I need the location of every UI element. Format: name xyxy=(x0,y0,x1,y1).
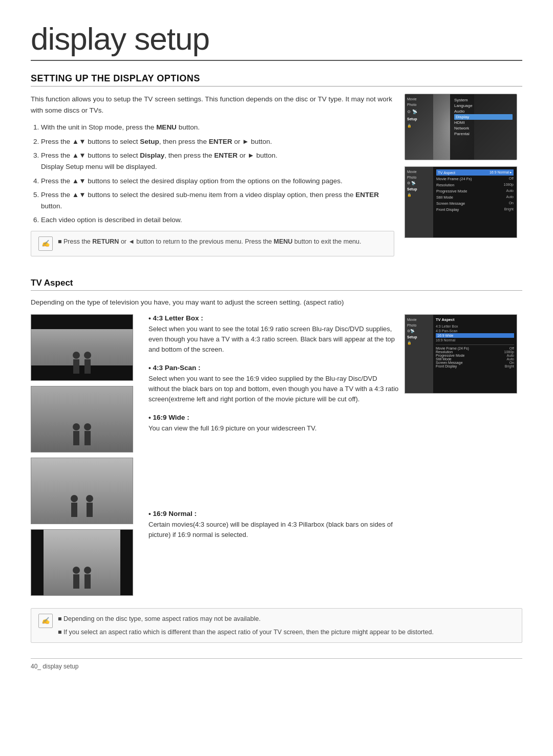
scene-panscan xyxy=(31,386,133,452)
aspect-wide-text: You can view the full 16:9 picture on yo… xyxy=(148,423,399,434)
aspect-note-texts: ■ Depending on the disc type, some aspec… xyxy=(58,614,434,637)
menu2-lock: 🔒 xyxy=(407,192,431,198)
menu-left-photo: Photo xyxy=(407,102,431,107)
menu-row-network: Network xyxy=(454,125,513,131)
menu3-resolution-row: Resolution1080p xyxy=(436,350,514,354)
menu2-screenmsg: Screen MessageOn xyxy=(436,200,514,206)
aspect-descriptions-column: • 4:3 Letter Box : Select when you want … xyxy=(148,314,399,596)
step-5: Press the ▲▼ buttons to select the desir… xyxy=(41,189,394,211)
menu2-stillmode: Still ModeAuto xyxy=(436,194,514,200)
bold-enter-1: ENTER xyxy=(209,138,232,145)
aspect-letterbox-text: Select when you want to see the total 16… xyxy=(148,324,399,355)
figures-3 xyxy=(71,495,93,517)
menu2-tv-aspect: TV Aspect16:9 Normal ▸ xyxy=(436,169,514,176)
aspect-item-normal: • 16:9 Normal : Certain movies(4:3 sourc… xyxy=(148,510,399,540)
aspect-panscan-text: Select when you want to see the 16:9 vid… xyxy=(148,374,399,404)
setup-layout: This function allows you to setup the TV… xyxy=(31,94,522,266)
menu-row-display: Display xyxy=(454,114,513,120)
menu2-photo: Photo xyxy=(407,175,431,180)
menu3-setup-active: Setup xyxy=(407,334,431,340)
figure-2a xyxy=(73,423,80,445)
menu-left-icons: ⚙📡 xyxy=(407,109,431,115)
aspect-note-icon: ✍ xyxy=(38,614,53,628)
bold-enter-2: ENTER xyxy=(214,152,238,159)
aspect-panscan-title: • 4:3 Pan-Scan : xyxy=(148,364,399,372)
menu-screenshot-inner-1: System Language Audio Display HDMI Netwo… xyxy=(450,94,517,160)
menu-screenshot-1: Movie Photo ⚙📡 Setup 🔒 System Language A… xyxy=(405,94,517,160)
aspect-three-col: • 4:3 Letter Box : Select when you want … xyxy=(31,314,522,596)
aspect-note-box: ✍ ■ Depending on the disc type, some asp… xyxy=(31,608,522,643)
figure-1a xyxy=(73,352,80,374)
scene-content-4 xyxy=(31,530,133,595)
page-footer: 40_ display setup xyxy=(31,658,522,670)
fig-body-1a xyxy=(73,359,79,374)
fig-head-3b xyxy=(86,495,93,502)
steps-list: With the unit in Stop mode, press the ME… xyxy=(31,122,394,226)
thumbnail-letterbox xyxy=(31,314,133,381)
figure-3a xyxy=(71,495,78,517)
figure-3b xyxy=(86,495,93,517)
menu2-movieframe: Movie Frame (24 Fs)Off xyxy=(436,176,514,182)
aspect-normal-title: • 16:9 Normal : xyxy=(148,510,399,517)
menu3-left-panel: Movie Photo ⚙📡 Setup 🔒 xyxy=(405,315,433,393)
step-2: Press the ▲▼ buttons to select Setup, th… xyxy=(41,136,394,147)
menu3-lock: 🔒 xyxy=(407,340,431,346)
note-icon: ✍ xyxy=(38,236,53,251)
menu3-frontdisplay-row: Front DisplayBright xyxy=(436,364,514,368)
menu3-movie: Movie xyxy=(407,317,431,322)
aspect-wide-title: • 16:9 Wide : xyxy=(148,414,399,421)
step-3: Press the ▲▼ buttons to select Display, … xyxy=(41,150,394,172)
aspect-letterbox-title: • 4:3 Letter Box : xyxy=(148,314,399,322)
menu-screenshots-column: Movie Photo ⚙📡 Setup 🔒 System Language A… xyxy=(405,94,522,266)
fig-body-3b xyxy=(87,503,93,517)
figure-4b xyxy=(84,567,91,589)
menu3-opt1: 4:3 Letter Box xyxy=(436,324,514,329)
thumbnail-wide xyxy=(31,458,133,524)
menu-left-panel: Movie Photo ⚙📡 Setup 🔒 xyxy=(405,94,433,160)
fig-head-4b xyxy=(84,567,91,574)
intro-text: This function allows you to setup the TV… xyxy=(31,94,394,116)
figures-2 xyxy=(73,423,91,445)
figures-4 xyxy=(73,567,91,589)
menu3-opt4-normal: 16:9 Normal xyxy=(436,338,514,342)
section-setup: SETTING UP THE DISPLAY OPTIONS This func… xyxy=(31,73,522,266)
bold-enter-3: ENTER xyxy=(355,191,379,199)
tv-aspect-heading: TV Aspect xyxy=(31,278,522,291)
scene-letterbox xyxy=(31,315,133,380)
menu-screenshot-2: Movie Photo ⚙📡 Setup 🔒 TV Aspect16:9 Nor… xyxy=(405,166,517,238)
menu3-movieframe-row: Movie Frame (24 Fs)Off xyxy=(436,347,514,350)
instructions-column: This function allows you to setup the TV… xyxy=(31,94,394,266)
aspect-note-text-2: ■ If you select an aspect ratio which is… xyxy=(58,627,434,637)
menu2-frontdisplay: Front DisplayBright xyxy=(436,206,514,212)
aspect-images-column xyxy=(31,314,143,596)
bold-setup: Setup xyxy=(140,138,159,145)
bold-display: Display xyxy=(140,152,164,159)
fig-head-2a xyxy=(73,423,80,430)
aspect-item-letterbox: • 4:3 Letter Box : Select when you want … xyxy=(148,314,399,355)
menu-left-setup: Setup xyxy=(407,116,431,122)
fig-head-3a xyxy=(71,495,78,502)
menu3-opt2: 4:3 Pan-Scan xyxy=(436,329,514,333)
section-setup-heading: SETTING UP THE DISPLAY OPTIONS xyxy=(31,73,522,87)
scene-wide xyxy=(31,458,133,524)
aspect-note-text-1: ■ Depending on the disc type, some aspec… xyxy=(58,614,434,624)
figure-1b xyxy=(84,352,91,374)
step-6: Each video option is described in detail… xyxy=(41,214,394,226)
step-1: With the unit in Stop mode, press the ME… xyxy=(41,122,394,133)
aspect-item-panscan: • 4:3 Pan-Scan : Select when you want to… xyxy=(148,364,399,404)
menu-row-parental: Parental xyxy=(454,131,513,137)
menu2-resolution: Resolution1080p xyxy=(436,182,514,188)
scene-content-2 xyxy=(31,386,133,452)
thumbnail-panscan xyxy=(31,386,133,452)
menu-screenshot-3: Movie Photo ⚙📡 Setup 🔒 TV Aspect 4:3 Let… xyxy=(405,314,517,394)
figures-1 xyxy=(73,352,91,374)
menu2-right-panel: TV Aspect16:9 Normal ▸ Movie Frame (24 F… xyxy=(433,167,517,237)
menu3-movieframe: Movie Frame (24 Fs)Off Resolution1080p P… xyxy=(436,344,514,368)
menu3-stillmode-row: Still ModeAuto xyxy=(436,357,514,361)
aspect-normal-text: Certain movies(4:3 source) will be displ… xyxy=(148,520,399,540)
menu3-photo: Photo xyxy=(407,322,431,328)
menu-left-movie: Movie xyxy=(407,96,431,102)
menu-row-audio: Audio xyxy=(454,109,513,114)
menu2-setup-active: Setup xyxy=(407,186,431,192)
fig-body-3a xyxy=(71,503,77,517)
